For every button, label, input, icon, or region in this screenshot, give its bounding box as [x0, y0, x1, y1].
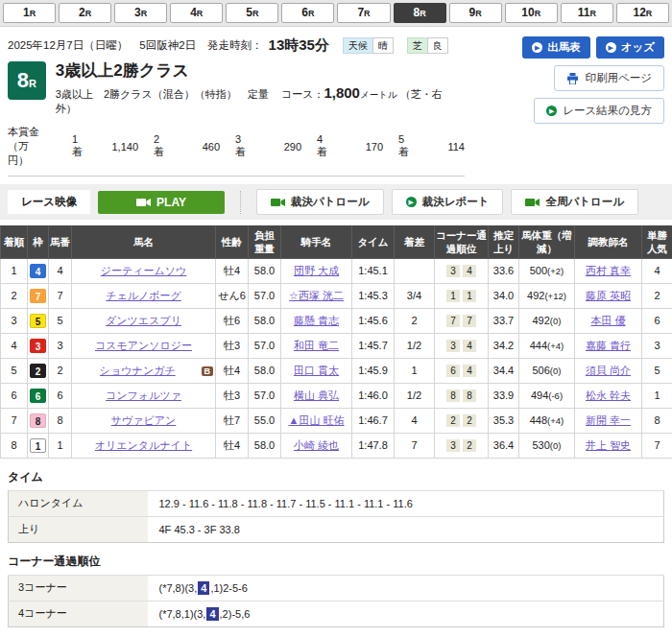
body-weight: 506: [533, 365, 550, 376]
race-tab-10r[interactable]: 10R: [505, 3, 558, 23]
race-tab-7r[interactable]: 7R: [337, 3, 390, 23]
circle-arrow-icon: ▶: [406, 197, 417, 207]
finish-time: 1:45.1: [352, 258, 395, 283]
corner-position-tag: 4: [463, 265, 476, 277]
print-page-label: 印刷用ページ: [585, 71, 652, 85]
horse-name-link[interactable]: ショウナンガチ: [100, 365, 176, 376]
jockey-cell: 田口 貫太: [281, 358, 352, 383]
circle-arrow-icon: ▶: [532, 42, 542, 53]
results-header-cell: コーナー通過順位: [435, 226, 489, 258]
corner-section: コーナー通過順位 3コーナー(*7,8)(3,4,1)2-5-64コーナー(*7…: [0, 554, 672, 627]
frame-number-badge: 4: [30, 264, 46, 278]
jockey-cell: 団野 大成: [281, 258, 352, 283]
body-weight-cell: 444(+4): [519, 333, 575, 358]
trainer-name-link[interactable]: 本田 優: [590, 315, 625, 326]
jockey-cell: 小崎 綾也: [281, 433, 352, 458]
last-3f-time: 34.2: [489, 333, 519, 358]
stewards-report-button[interactable]: ▶ 裁決レポート: [392, 189, 504, 215]
race-tab-9r[interactable]: 9R: [449, 3, 502, 23]
frame-cell: 8: [28, 408, 49, 433]
frame-cell: 7: [28, 283, 49, 308]
corner-position-tag: 6: [446, 365, 460, 377]
jockey-name-link[interactable]: 横山 典弘: [294, 389, 339, 401]
race-tab-number: 11: [578, 6, 590, 19]
corner-position-tag: 4: [463, 340, 476, 352]
win-favorite-rank: 8: [642, 408, 672, 433]
body-weight: 444: [530, 340, 547, 351]
race-tab-11r[interactable]: 11R: [561, 3, 613, 23]
time-section: タイム ハロンタイム12.9 - 11.6 - 11.8 - 11.8 - 11…: [0, 469, 672, 543]
jockey-name-link[interactable]: 和田 竜二: [294, 340, 339, 351]
jockey-name-link[interactable]: 小崎 綾也: [294, 439, 339, 451]
jockey-cell: 藤懸 貴志: [281, 308, 352, 333]
corner-table: 3コーナー(*7,8)(3,4,1)2-5-64コーナー(*7,8,1)(3,4…: [8, 575, 664, 627]
frame-number-badge: 3: [30, 339, 46, 353]
jockey-name-link[interactable]: ▲田山 旺佑: [289, 414, 345, 426]
finish-time: 1:45.7: [352, 333, 395, 358]
race-tab-3r[interactable]: 3R: [114, 3, 167, 23]
body-weight-cell: 494(-6): [519, 383, 575, 408]
finish-time: 1:45.6: [352, 308, 395, 333]
print-page-button[interactable]: 印刷用ページ: [554, 65, 664, 91]
jockey-name-link[interactable]: 団野 大成: [294, 265, 339, 276]
trainer-name-link[interactable]: 藤原 英昭: [586, 290, 631, 301]
time-row-value: 4F 45.3 - 3F 33.8: [148, 516, 664, 542]
trainer-name-link[interactable]: 新開 幸一: [586, 414, 631, 426]
race-tab-1r[interactable]: 1R: [3, 3, 56, 23]
race-tab-6r[interactable]: 6R: [281, 3, 334, 23]
race-tab-5r[interactable]: 5R: [226, 3, 278, 23]
all-round-patrol-button[interactable]: 全周パトロール: [511, 189, 638, 215]
sex-age: 牡4: [216, 433, 249, 458]
jockey-name-link[interactable]: 田口 貫太: [294, 365, 339, 376]
race-tab-suffix: R: [364, 9, 371, 18]
race-conditions-text: 3歳以上 2勝クラス（混合）（特指） 定量: [56, 88, 269, 100]
race-video-label: レース映像: [8, 190, 90, 214]
frame-cell: 1: [28, 433, 49, 458]
jockey-name-link[interactable]: ☆西塚 洸二: [289, 290, 344, 301]
race-meeting: 5回阪神2日: [139, 38, 196, 53]
body-weight: 494: [531, 389, 548, 401]
race-tab-4r[interactable]: 4R: [170, 3, 223, 23]
race-tab-12r[interactable]: 12R: [616, 3, 669, 23]
trainer-name-link[interactable]: 嘉藤 貴行: [586, 340, 631, 351]
trainer-name-link[interactable]: 松永 幹夫: [586, 389, 631, 401]
jockey-name-link[interactable]: 藤懸 貴志: [294, 315, 339, 326]
win-favorite-rank: 2: [642, 283, 672, 308]
horse-name-link[interactable]: オリエンタルナイト: [95, 439, 192, 451]
trainer-name-link[interactable]: 須貝 尚介: [586, 365, 631, 376]
result-guide-button[interactable]: ▶ レース結果の見方: [534, 98, 664, 124]
horse-name-link[interactable]: ジーティームソウ: [101, 265, 187, 276]
horse-number: 2: [49, 358, 72, 383]
race-header: 2025年12月7日（日曜） 5回阪神2日 発走時刻： 13時35分 天候晴 芝…: [0, 27, 672, 177]
trainer-name-link[interactable]: 西村 真幸: [586, 265, 631, 276]
play-button[interactable]: PLAY: [98, 191, 225, 214]
horse-number: 8: [49, 408, 72, 433]
trainer-name-link[interactable]: 井上 智史: [586, 439, 631, 451]
corner-position-tag: 2: [463, 439, 476, 452]
horse-name-link[interactable]: コスモアンソロジー: [95, 340, 192, 351]
horse-name-link[interactable]: コンフォルツァ: [106, 389, 181, 401]
horse-name-link[interactable]: ダンツエスプリ: [106, 315, 181, 326]
time-row: ハロンタイム12.9 - 11.6 - 11.8 - 11.8 - 11.7 -…: [9, 490, 664, 516]
race-tab-suffix: R: [475, 9, 482, 18]
finish-position: 5: [1, 358, 28, 383]
horse-name-link[interactable]: チェルノボーグ: [106, 290, 181, 301]
results-header-cell: タイム: [352, 226, 395, 258]
sex-age: 牡4: [216, 358, 249, 383]
sex-age: 牡4: [216, 258, 249, 283]
entries-button[interactable]: ▶ 出馬表: [522, 36, 590, 59]
race-tab-number: 2: [79, 6, 85, 19]
odds-button[interactable]: ▶ オッズ: [596, 36, 664, 59]
win-favorite-rank: 4: [642, 258, 672, 283]
horse-name-link[interactable]: サヴァビアン: [111, 414, 177, 426]
corner-row: 3コーナー(*7,8)(3,4,1)2-5-6: [9, 575, 664, 601]
horse-name-cell: ショウナンガチB: [72, 358, 216, 383]
race-tab-2r[interactable]: 2R: [59, 3, 111, 23]
trainer-cell: 西村 真幸: [575, 258, 642, 283]
corner-position-tag: 1: [446, 290, 460, 302]
race-tab-8r[interactable]: 8R: [394, 3, 446, 23]
sex-age: 牡7: [216, 408, 249, 433]
results-table: 着順枠馬番馬名性齢負担重量騎手名タイム着差コーナー通過順位推定上り馬体重（増減）…: [0, 225, 672, 458]
stewards-patrol-button[interactable]: 裁決パトロール: [256, 189, 384, 215]
horse-name-cell: コンフォルツァ: [72, 383, 216, 408]
